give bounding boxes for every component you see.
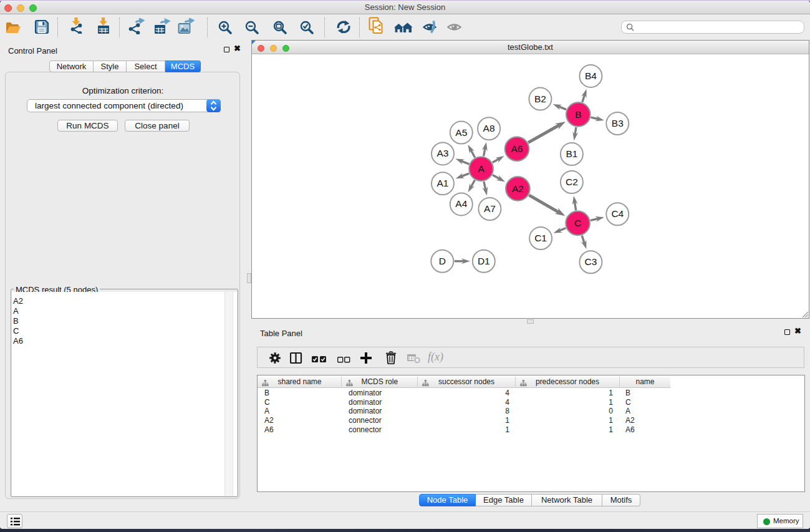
svg-text:C3: C3 xyxy=(584,256,597,267)
svg-text:B3: B3 xyxy=(612,118,624,128)
svg-text:D: D xyxy=(439,256,446,266)
svg-text:A2: A2 xyxy=(512,183,524,194)
svg-text:C2: C2 xyxy=(566,177,578,187)
svg-text:C4: C4 xyxy=(611,208,624,219)
svg-text:A8: A8 xyxy=(483,123,495,133)
svg-text:B1: B1 xyxy=(566,148,577,159)
svg-text:A1: A1 xyxy=(437,178,449,188)
svg-text:A6: A6 xyxy=(511,143,523,154)
svg-text:A7: A7 xyxy=(484,203,496,214)
svg-text:A: A xyxy=(478,163,485,174)
svg-text:A4: A4 xyxy=(455,198,467,209)
svg-text:A3: A3 xyxy=(437,148,449,158)
svg-text:B4: B4 xyxy=(585,70,597,81)
svg-text:C1: C1 xyxy=(534,233,547,243)
svg-text:B2: B2 xyxy=(534,94,546,104)
svg-text:C: C xyxy=(574,218,581,228)
svg-text:B: B xyxy=(575,109,581,120)
svg-text:D1: D1 xyxy=(478,256,490,266)
svg-text:A5: A5 xyxy=(455,127,467,138)
